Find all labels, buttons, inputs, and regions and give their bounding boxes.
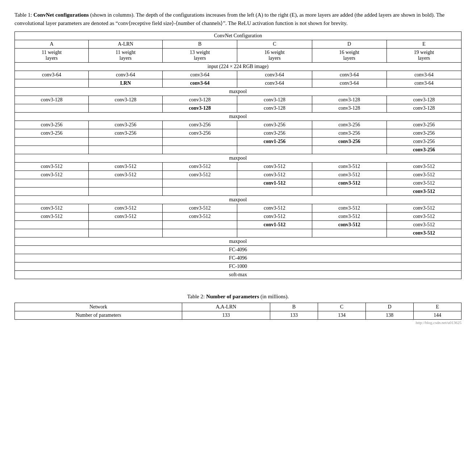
cell-D-conv512a-2: conv3-512: [312, 171, 387, 179]
table1-caption-bold: ConvNet configurations: [33, 12, 89, 18]
cell-A-conv128-2: [15, 104, 89, 113]
cell-C-conv512b-1: conv3-512: [237, 204, 312, 213]
cell-B-conv512a-4: [163, 188, 237, 196]
cell-D-conv512b-1: conv3-512: [312, 204, 387, 213]
conv256-row2: conv3-256 conv3-256 conv3-256 conv3-256 …: [15, 129, 462, 138]
cell-B-conv512b-3: [163, 221, 237, 229]
table2-section: Table 2: Number of parameters (in millio…: [14, 294, 462, 325]
conv512a-row3: conv1-512 conv3-512 conv3-512: [15, 179, 462, 188]
cell-C-conv512b-4: [237, 229, 312, 237]
cell-B-conv64-2: conv3-64: [163, 79, 237, 88]
conv64-row1: conv3-64 conv3-64 conv3-64 conv3-64 conv…: [15, 71, 462, 79]
cell-E-conv64-1: conv3-64: [387, 71, 461, 79]
params-col-network: Network: [15, 303, 182, 311]
weight-E: 19 weightlayers: [387, 49, 461, 63]
cell-D-conv512b-4: [312, 229, 387, 237]
cell-ALRN-conv512b-3: [89, 221, 163, 229]
cell-A-conv256-4: [15, 146, 89, 154]
maxpool-3: maxpool: [15, 154, 462, 163]
maxpool-4: maxpool: [15, 196, 462, 204]
cell-E-conv512b-3: conv3-512: [387, 221, 461, 229]
cell-A-conv512b-2: conv3-512: [15, 213, 89, 221]
conv512b-row3: conv1-512 conv3-512 conv3-512: [15, 221, 462, 229]
fc4096b-row: FC-4096: [15, 254, 462, 262]
cell-A-conv512a-2: conv3-512: [15, 171, 89, 179]
cell-A-conv512a-3: [15, 179, 89, 188]
cell-B-conv512b-4: [163, 229, 237, 237]
maxpool-row4: maxpool: [15, 196, 462, 204]
maxpool-row2: maxpool: [15, 113, 462, 121]
conv256-row3: conv1-256 conv3-256 conv3-256: [15, 138, 462, 146]
cell-E-conv128-1: conv3-128: [387, 96, 461, 104]
cell-ALRN-conv256-1: conv3-256: [89, 121, 163, 129]
cell-E-conv512a-3: conv3-512: [387, 179, 461, 188]
col-E-label: E: [387, 40, 461, 49]
cell-C-conv512b-2: conv3-512: [237, 213, 312, 221]
cell-C-conv512a-2: conv3-512: [237, 171, 312, 179]
cell-ALRN-conv512b-4: [89, 229, 163, 237]
fc-1000: FC-1000: [15, 262, 462, 271]
params-data-row: Number of parameters 133 133 134 138 144: [15, 311, 462, 320]
cell-B-conv512b-2: conv3-512: [163, 213, 237, 221]
params-header-row: Network A,A-LRN B C D E: [15, 303, 462, 311]
cell-D-conv512b-3: conv3-512: [312, 221, 387, 229]
fc4096a-row: FC-4096: [15, 246, 462, 254]
table1-caption-prefix: Table 1:: [14, 12, 33, 18]
cell-A-conv512b-1: conv3-512: [15, 204, 89, 213]
table1-caption: Table 1: ConvNet configurations (shown i…: [14, 11, 462, 27]
cell-B-conv256-2: conv3-256: [163, 129, 237, 138]
cell-E-conv64-2: conv3-64: [387, 79, 461, 88]
cell-A-conv512a-4: [15, 188, 89, 196]
conv128-row2: conv3-128 conv3-128 conv3-128 conv3-128: [15, 104, 462, 113]
cell-ALRN-conv512b-2: conv3-512: [89, 213, 163, 221]
params-col-c: C: [318, 303, 366, 311]
input-row: input (224 × 224 RGB image): [15, 63, 462, 71]
conv512b-row1: conv3-512 conv3-512 conv3-512 conv3-512 …: [15, 204, 462, 213]
maxpool-row3: maxpool: [15, 154, 462, 163]
conv128-row1: conv3-128 conv3-128 conv3-128 conv3-128 …: [15, 96, 462, 104]
cell-C-conv128-1: conv3-128: [237, 96, 312, 104]
cell-A-conv256-1: conv3-256: [15, 121, 89, 129]
watermark: http://blog.csdn.net/u013625: [14, 320, 462, 325]
cell-D-conv512a-4: [312, 188, 387, 196]
cell-C-conv64-2: conv3-64: [237, 79, 312, 88]
params-col-d: D: [366, 303, 413, 311]
cell-D-conv256-2: conv3-256: [312, 129, 387, 138]
cell-C-conv256-3: conv1-256: [237, 138, 312, 146]
cell-C-conv64-1: conv3-64: [237, 71, 312, 79]
maxpool-row1: maxpool: [15, 88, 462, 96]
params-b-val: 133: [270, 311, 318, 320]
cell-ALRN-conv512a-2: conv3-512: [89, 171, 163, 179]
weight-D: 16 weightlayers: [312, 49, 387, 63]
weight-B: 13 weightlayers: [163, 49, 237, 63]
params-aalrn-val: 133: [182, 311, 270, 320]
cell-B-conv512a-1: conv3-512: [163, 163, 237, 171]
cell-D-conv64-1: conv3-64: [312, 71, 387, 79]
params-col-e: E: [413, 303, 461, 311]
cell-A-conv64-2: [15, 79, 89, 88]
cell-ALRN-conv256-3: [89, 138, 163, 146]
cell-E-conv512b-1: conv3-512: [387, 204, 461, 213]
cell-C-conv128-2: conv3-128: [237, 104, 312, 113]
cell-D-conv512a-1: conv3-512: [312, 163, 387, 171]
params-col-aalrn: A,A-LRN: [182, 303, 270, 311]
cell-B-conv64-1: conv3-64: [163, 71, 237, 79]
weight-C: 16 weightlayers: [237, 49, 312, 63]
cell-C-conv256-1: conv3-256: [237, 121, 312, 129]
cell-B-conv512b-1: conv3-512: [163, 204, 237, 213]
cell-D-conv256-4: [312, 146, 387, 154]
table2-caption-prefix: Table 2:: [187, 294, 206, 299]
cell-A-conv128-1: conv3-128: [15, 96, 89, 104]
cell-B-conv256-1: conv3-256: [163, 121, 237, 129]
fc1000-row: FC-1000: [15, 262, 462, 271]
cell-D-conv256-1: conv3-256: [312, 121, 387, 129]
fc-4096-a: FC-4096: [15, 246, 462, 254]
col-D-label: D: [312, 40, 387, 49]
table2-caption: Table 2: Number of parameters (in millio…: [14, 294, 462, 300]
conv256-row1: conv3-256 conv3-256 conv3-256 conv3-256 …: [15, 121, 462, 129]
cell-C-conv512a-1: conv3-512: [237, 163, 312, 171]
cell-A-conv512b-4: [15, 229, 89, 237]
input-label: input (224 × 224 RGB image): [15, 63, 462, 71]
cell-A-conv256-3: [15, 138, 89, 146]
cell-E-conv128-2: conv3-128: [387, 104, 461, 113]
